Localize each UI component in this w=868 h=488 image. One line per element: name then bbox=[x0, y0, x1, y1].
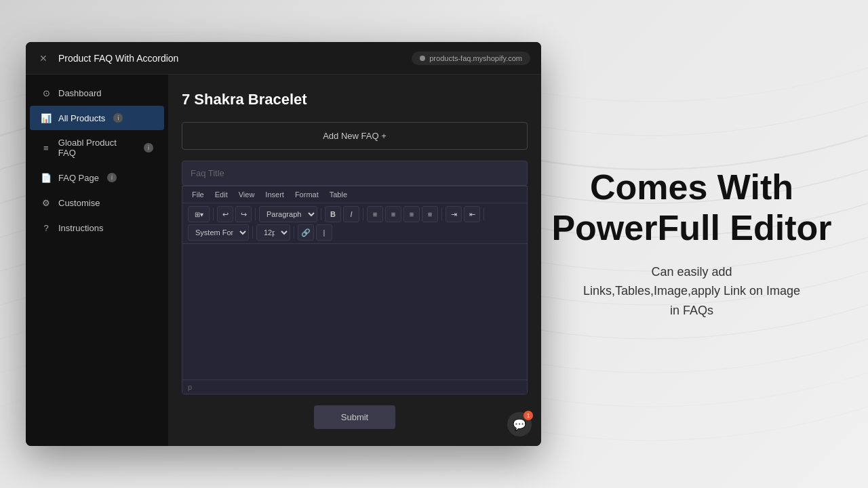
bold-btn[interactable]: B bbox=[325, 206, 341, 222]
app-window: ✕ Product FAQ With Accordion products-fa… bbox=[26, 42, 541, 446]
add-faq-label: Add New FAQ + bbox=[323, 131, 387, 141]
menu-view[interactable]: View bbox=[235, 188, 259, 201]
url-dot bbox=[420, 56, 425, 61]
sidebar: ⊙ Dashboard 📊 All Products i ≡ Gloabl Pr… bbox=[26, 75, 168, 446]
faq-title-input[interactable] bbox=[182, 161, 528, 186]
sep3 bbox=[321, 208, 321, 220]
sidebar-label-instructions: Instructions bbox=[58, 223, 103, 233]
sidebar-label-faq-page: FAQ Page bbox=[58, 173, 99, 183]
right-subtext: Can easily addLinks,Tables,Image,apply L… bbox=[583, 262, 800, 321]
menu-edit[interactable]: Edit bbox=[211, 188, 232, 201]
url-display: products-faq.myshopify.com bbox=[412, 52, 530, 65]
info-badge-global-faq: i bbox=[144, 143, 153, 152]
undo-btn[interactable]: ↩ bbox=[217, 206, 233, 222]
editor-menu-bar: File Edit View Insert Format Table bbox=[182, 186, 527, 203]
url-text: products-faq.myshopify.com bbox=[429, 54, 522, 62]
sep4 bbox=[363, 208, 363, 220]
title-bar: ✕ Product FAQ With Accordion products-fa… bbox=[26, 42, 541, 75]
sidebar-item-faq-page[interactable]: 📄 FAQ Page i bbox=[30, 165, 164, 190]
gear-icon: ⚙ bbox=[41, 197, 52, 208]
right-panel: Comes WithPowerFull Editor Can easily ad… bbox=[515, 0, 868, 488]
redo-btn[interactable]: ↪ bbox=[235, 206, 252, 222]
sidebar-item-customise[interactable]: ⚙ Customise bbox=[30, 190, 164, 215]
sep6 bbox=[484, 208, 484, 220]
menu-table[interactable]: Table bbox=[326, 188, 351, 201]
app-body: ⊙ Dashboard 📊 All Products i ≡ Gloabl Pr… bbox=[26, 75, 541, 446]
link-btn[interactable]: 🔗 bbox=[298, 224, 314, 241]
sep2 bbox=[255, 208, 256, 220]
editor-container: File Edit View Insert Format Table ⊞▾ ↩ … bbox=[182, 186, 528, 394]
editor-tag: p bbox=[188, 383, 192, 391]
file-icon: 📄 bbox=[41, 172, 52, 183]
close-button[interactable]: ✕ bbox=[37, 52, 50, 65]
table-btn[interactable]: ⊞▾ bbox=[188, 206, 210, 222]
right-headline: Comes WithPowerFull Editor bbox=[551, 167, 831, 249]
italic-btn[interactable]: I bbox=[343, 206, 359, 222]
chat-icon: 💬 bbox=[513, 418, 526, 431]
editor-body[interactable] bbox=[182, 244, 527, 380]
sidebar-item-instructions[interactable]: ? Instructions bbox=[30, 216, 164, 240]
more-btn[interactable]: | bbox=[316, 224, 332, 241]
editor-footer: p bbox=[182, 380, 527, 394]
chart-icon: 📊 bbox=[41, 113, 52, 123]
chat-badge: 1 bbox=[524, 411, 533, 420]
indent-btn[interactable]: ⇥ bbox=[446, 206, 462, 222]
sidebar-label-all-products: All Products bbox=[58, 113, 105, 123]
add-faq-button[interactable]: Add New FAQ + bbox=[182, 122, 528, 150]
dashboard-icon: ⊙ bbox=[41, 87, 52, 98]
sidebar-item-global-faq[interactable]: ≡ Gloabl Product FAQ i bbox=[30, 131, 164, 165]
chat-bubble[interactable]: 💬 1 bbox=[507, 412, 532, 436]
editor-toolbar: ⊞▾ ↩ ↪ Paragraph Heading 1 Heading 2 B I… bbox=[182, 203, 527, 244]
sep1 bbox=[213, 208, 214, 220]
font-select[interactable]: System Font bbox=[188, 224, 249, 241]
app-title: Product FAQ With Accordion bbox=[58, 53, 412, 64]
submit-label: Submit bbox=[341, 412, 368, 422]
sidebar-label-customise: Customise bbox=[58, 198, 100, 208]
info-badge-faq-page: i bbox=[107, 173, 117, 182]
sidebar-label-dashboard: Dashboard bbox=[58, 88, 102, 98]
align-left-btn[interactable]: ≡ bbox=[367, 206, 383, 222]
align-justify-btn[interactable]: ≡ bbox=[422, 206, 438, 222]
sidebar-item-dashboard[interactable]: ⊙ Dashboard bbox=[30, 81, 164, 105]
sep5 bbox=[441, 208, 442, 220]
menu-file[interactable]: File bbox=[188, 188, 208, 201]
menu-format[interactable]: Format bbox=[291, 188, 323, 201]
paragraph-select[interactable]: Paragraph Heading 1 Heading 2 bbox=[259, 206, 317, 222]
chat-count: 1 bbox=[526, 412, 530, 419]
sep7 bbox=[252, 226, 253, 239]
main-content: 7 Shakra Bracelet Add New FAQ + File Edi… bbox=[168, 75, 541, 446]
sidebar-label-global-faq: Gloabl Product FAQ bbox=[58, 138, 136, 158]
fontsize-select[interactable]: 12pt 10pt 14pt bbox=[256, 224, 290, 241]
page-title: 7 Shakra Bracelet bbox=[182, 91, 528, 108]
align-right-btn[interactable]: ≡ bbox=[403, 206, 420, 222]
question-icon: ? bbox=[41, 222, 52, 233]
info-badge-all-products: i bbox=[113, 113, 123, 123]
sidebar-item-all-products[interactable]: 📊 All Products i bbox=[30, 106, 164, 130]
outdent-btn[interactable]: ⇤ bbox=[464, 206, 480, 222]
list-icon: ≡ bbox=[41, 142, 52, 153]
submit-button[interactable]: Submit bbox=[314, 405, 395, 429]
menu-insert[interactable]: Insert bbox=[261, 188, 288, 201]
align-center-btn[interactable]: ≡ bbox=[385, 206, 401, 222]
sep8 bbox=[294, 226, 294, 239]
